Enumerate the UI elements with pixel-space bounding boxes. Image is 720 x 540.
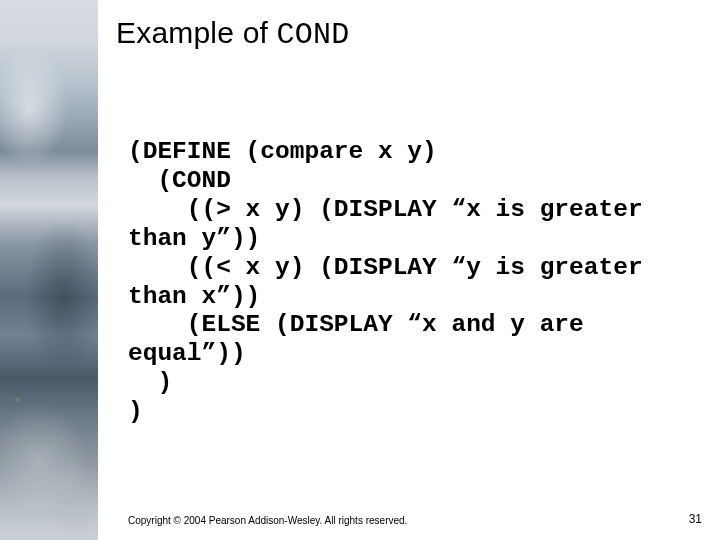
title-mono: COND: [277, 18, 350, 52]
slide-title: Example of COND: [116, 16, 349, 52]
copyright-text: Copyright © 2004 Pearson Addison-Wesley.…: [128, 515, 407, 526]
title-prefix: Example of: [116, 16, 277, 49]
code-block: (DEFINE (compare x y) (COND ((> x y) (DI…: [128, 138, 694, 427]
slide: Example of COND (DEFINE (compare x y) (C…: [0, 0, 720, 540]
background-mountain-strip: [0, 0, 98, 540]
page-number: 31: [689, 512, 702, 526]
